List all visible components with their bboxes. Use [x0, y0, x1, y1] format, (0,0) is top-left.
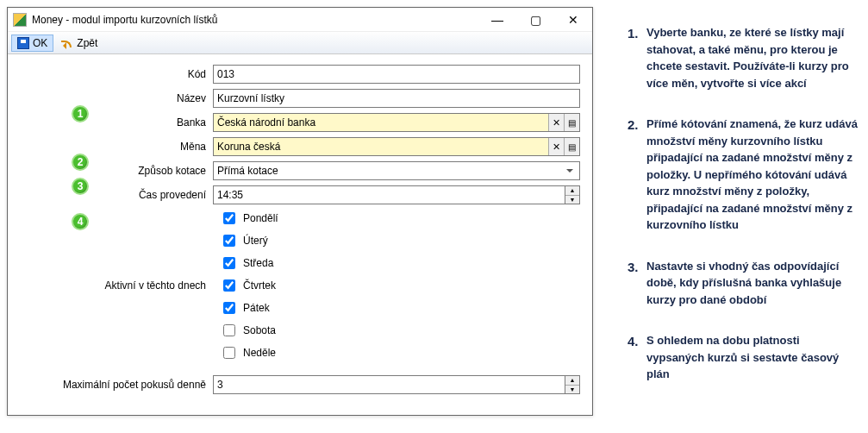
help-item-3: 3 Nastavte si vhodný čas odpovídající do…	[628, 258, 860, 309]
day-so-check[interactable]	[223, 324, 235, 336]
ok-button-label: OK	[33, 37, 47, 49]
marker-3: 3	[72, 178, 89, 195]
close-button[interactable]: ✕	[554, 8, 592, 32]
app-icon	[13, 13, 27, 27]
cas-input[interactable]	[213, 185, 565, 204]
marker-2: 2	[72, 154, 89, 171]
day-ct-check[interactable]	[223, 279, 235, 292]
pokusy-input[interactable]	[213, 375, 565, 394]
spin-up-icon[interactable]: ▲	[565, 186, 579, 196]
help-num-3: 3	[628, 258, 646, 309]
cas-spinner[interactable]: ▲ ▼	[565, 185, 580, 204]
day-so[interactable]: Sobota	[220, 322, 580, 339]
mena-open-icon[interactable]: ▤	[564, 138, 579, 155]
help-num-2: 2	[628, 116, 646, 234]
help-num-1: 1	[628, 24, 646, 91]
day-ct[interactable]: Čtvrtek	[220, 277, 580, 294]
save-icon	[17, 37, 29, 49]
day-po-check[interactable]	[223, 212, 235, 224]
kotace-label: Způsob kotace	[138, 165, 206, 177]
kod-input[interactable]	[213, 65, 580, 84]
mena-clear-icon[interactable]: ✕	[548, 138, 564, 155]
day-ut-label: Úterý	[243, 235, 268, 247]
ok-button[interactable]: OK	[11, 35, 53, 52]
help-text-4: S ohledem na dobu platnosti vypsaných ku…	[646, 332, 860, 383]
titlebar: Money - modul importu kurzovních lístků …	[8, 8, 592, 32]
row-pokusy: Maximální počet pokusů denně ▲ ▼	[20, 375, 580, 394]
nazev-input[interactable]	[213, 89, 580, 108]
day-po[interactable]: Pondělí	[220, 210, 580, 227]
cas-label: Čas provedení	[139, 189, 206, 201]
spin-down-icon[interactable]: ▼	[565, 386, 579, 394]
marker-4: 4	[72, 213, 89, 230]
help-item-1: 1 Vyberte banku, ze které se lístky mají…	[628, 24, 860, 91]
day-ne[interactable]: Neděle	[220, 344, 580, 361]
day-ct-label: Čtvrtek	[243, 279, 276, 292]
banka-open-icon[interactable]: ▤	[564, 114, 579, 131]
day-so-label: Sobota	[243, 324, 276, 336]
mena-value: Koruna česká	[214, 141, 548, 153]
day-pa-check[interactable]	[223, 302, 235, 314]
back-icon	[61, 37, 73, 49]
banka-lookup[interactable]: Česká národní banka ✕ ▤	[213, 113, 580, 132]
banka-value: Česká národní banka	[214, 116, 548, 129]
day-ne-check[interactable]	[223, 347, 235, 359]
back-button-label: Zpět	[77, 37, 97, 49]
day-st[interactable]: Středa	[220, 254, 580, 272]
dialog-window: Money - modul importu kurzovních lístků …	[7, 7, 593, 416]
pokusy-label: Maximální počet pokusů denně	[20, 379, 213, 391]
mena-lookup[interactable]: Koruna česká ✕ ▤	[213, 137, 580, 156]
day-ut-check[interactable]	[223, 235, 235, 247]
day-st-label: Středa	[243, 257, 273, 269]
spin-down-icon[interactable]: ▼	[565, 196, 579, 204]
mena-label: Měna	[20, 141, 213, 153]
window-title: Money - modul importu kurzovních lístků	[32, 14, 478, 26]
help-item-4: 4 S ohledem na dobu platnosti vypsaných …	[628, 332, 860, 383]
day-ne-label: Neděle	[243, 347, 276, 359]
row-nazev: Název	[20, 89, 580, 108]
window-buttons: — ▢ ✕	[478, 8, 592, 32]
help-item-2: 2 Přímé kótování znamená, že kurz udává …	[628, 116, 860, 234]
help-panel: 1 Vyberte banku, ze které se lístky mají…	[628, 7, 860, 416]
day-ut[interactable]: Úterý	[220, 232, 580, 249]
help-text-2: Přímé kótování znamená, že kurz udává mn…	[646, 116, 860, 234]
minimize-button[interactable]: —	[478, 8, 516, 32]
row-cas: 3 Čas provedení ▲ ▼	[20, 185, 580, 204]
spin-up-icon[interactable]: ▲	[565, 376, 579, 386]
help-text-3: Nastavte si vhodný čas odpovídající době…	[646, 258, 860, 309]
maximize-button[interactable]: ▢	[516, 8, 554, 32]
toolbar: OK Zpět	[8, 32, 592, 54]
form-area: Kód Název 1 Banka Česká národní banka ✕ …	[8, 54, 592, 415]
kod-label: Kód	[20, 68, 213, 80]
marker-1: 1	[72, 105, 89, 122]
help-num-4: 4	[628, 332, 646, 383]
pokusy-spinner[interactable]: ▲ ▼	[565, 375, 580, 394]
day-pa-label: Pátek	[243, 302, 270, 314]
day-st-check[interactable]	[223, 257, 235, 269]
row-kotace: 2 Způsob kotace	[20, 161, 580, 180]
day-po-label: Pondělí	[243, 212, 278, 224]
banka-clear-icon[interactable]: ✕	[548, 114, 564, 131]
days-group: Pondělí Úterý Středa Čtvrtek Pátek Sobot…	[220, 210, 580, 361]
row-banka: 1 Banka Česká národní banka ✕ ▤	[20, 113, 580, 132]
row-mena: Měna Koruna česká ✕ ▤	[20, 137, 580, 156]
help-text-1: Vyberte banku, ze které se lístky mají s…	[646, 24, 860, 91]
back-button[interactable]: Zpět	[55, 35, 103, 52]
kotace-select[interactable]	[213, 161, 580, 180]
row-kod: Kód	[20, 65, 580, 84]
day-pa[interactable]: Pátek	[220, 299, 580, 317]
banka-label: Banka	[177, 116, 206, 129]
nazev-label: Název	[20, 92, 213, 104]
